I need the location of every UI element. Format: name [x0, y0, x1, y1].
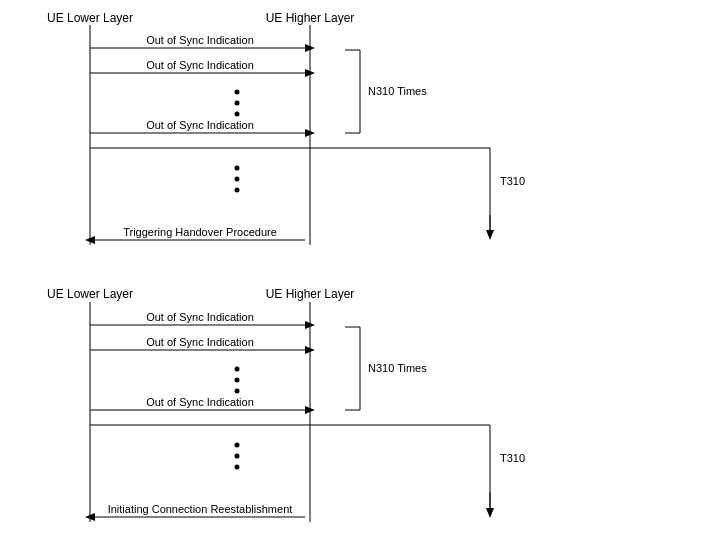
d1-dot4 [235, 166, 240, 171]
d1-dot2 [235, 101, 240, 106]
d2-arrow1-label: Out of Sync Indication [146, 311, 254, 323]
d2-n310-brace [345, 327, 360, 410]
d1-arrow1-label: Out of Sync Indication [146, 34, 254, 46]
d2-dot4 [235, 443, 240, 448]
d2-t310-arrow-head [486, 508, 494, 518]
d2-ue-lower-label: UE Lower Layer [47, 287, 133, 301]
d1-dot5 [235, 177, 240, 182]
d2-dot3 [235, 389, 240, 394]
d1-n310-brace [345, 50, 360, 133]
d2-arrow2-label: Out of Sync Indication [146, 336, 254, 348]
d1-t310-label: T310 [500, 175, 525, 187]
d1-arrow3-label: Out of Sync Indication [146, 119, 254, 131]
d1-arrow2-label: Out of Sync Indication [146, 59, 254, 71]
d2-arrow3-label: Out of Sync Indication [146, 396, 254, 408]
sequence-diagram-svg: UE Lower Layer UE Higher Layer Out of Sy… [0, 0, 720, 540]
d2-t310-label: T310 [500, 452, 525, 464]
d1-ue-higher-label: UE Higher Layer [266, 11, 355, 25]
d2-dot1 [235, 367, 240, 372]
diagram-container: UE Lower Layer UE Higher Layer Out of Sy… [0, 0, 720, 540]
d1-ue-lower-label: UE Lower Layer [47, 11, 133, 25]
d2-dot6 [235, 465, 240, 470]
d2-n310-label: N310 Times [368, 362, 427, 374]
d1-dot1 [235, 90, 240, 95]
d1-dot3 [235, 112, 240, 117]
d2-ue-higher-label: UE Higher Layer [266, 287, 355, 301]
d2-final-label: Initiating Connection Reestablishment [108, 503, 293, 515]
d1-final-label: Triggering Handover Procedure [123, 226, 277, 238]
d2-dot5 [235, 454, 240, 459]
d2-dot2 [235, 378, 240, 383]
d1-n310-label: N310 Times [368, 85, 427, 97]
d1-dot6 [235, 188, 240, 193]
d1-t310-arrow-head [486, 230, 494, 240]
